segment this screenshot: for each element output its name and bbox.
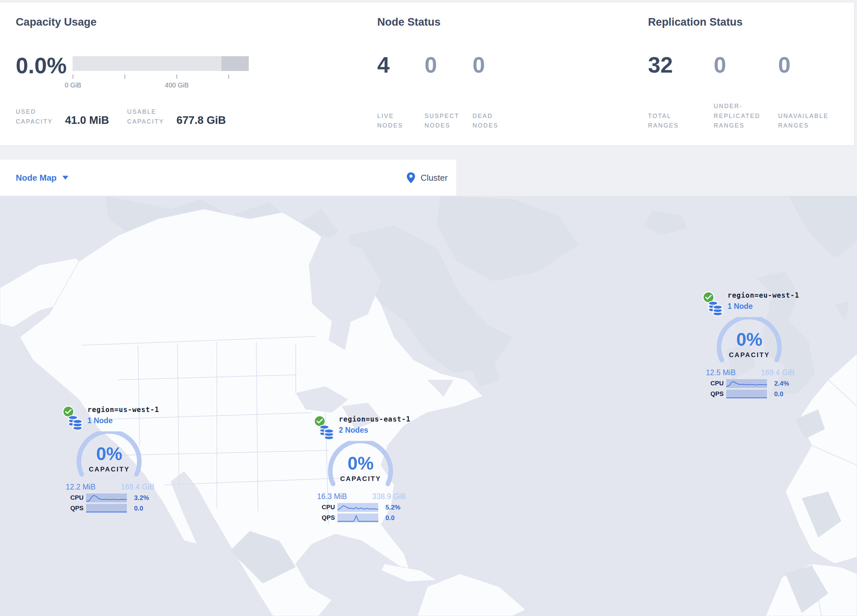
used-capacity: 12.2 MiB: [66, 483, 96, 491]
gauge-percent: 0%: [72, 443, 146, 464]
replication-status-panel: Replication Status 32 TOTAL RANGES 0 UND…: [648, 3, 845, 145]
qps-value: 0.0: [774, 390, 783, 398]
cpu-label: CPU: [70, 494, 86, 501]
breadcrumb-label: Cluster: [421, 173, 447, 183]
panel-title: Capacity Usage: [16, 16, 97, 28]
capacity-usage-panel: Capacity Usage 0.0% 0 GiB 400 GiB USED C…: [16, 3, 371, 145]
stat-label: UNAVAILABLE RANGES: [778, 111, 834, 131]
capacity-bar: [73, 56, 249, 71]
qps-value: 0.0: [134, 505, 143, 512]
database-stack-icon: [66, 414, 85, 433]
node-map[interactable]: region=us-west-1 1 Node 0% CAPACITY 12.2…: [0, 196, 857, 616]
region-label: region=eu-west-1: [727, 292, 799, 299]
usable-capacity-value: 677.8 GiB: [176, 114, 226, 127]
capacity-gauge: 0% CAPACITY: [712, 317, 786, 367]
location-pin-icon: [407, 172, 415, 184]
stat-label: DEAD NODES: [473, 111, 509, 131]
usable-capacity-label: USABLE CAPACITY: [127, 107, 169, 127]
cpu-sparkline: [337, 503, 378, 512]
gauge-caption: CAPACITY: [72, 466, 146, 473]
breadcrumb[interactable]: Cluster: [407, 160, 447, 196]
cpu-sparkline: [726, 379, 767, 388]
capacity-percent: 0.0%: [16, 52, 67, 78]
total-capacity: 169.4 GiB: [761, 368, 795, 377]
chevron-down-icon: [62, 176, 68, 180]
total-capacity: 169.4 GiB: [121, 483, 155, 491]
region-marker-us-east-1[interactable]: region=us-east-1 2 Nodes 0% CAPACITY 16.…: [314, 413, 409, 522]
stat-label: LIVE NODES: [377, 111, 413, 131]
used-capacity-label: USED CAPACITY: [16, 107, 58, 127]
qps-label: QPS: [710, 390, 726, 398]
stat-label: SUSPECT NODES: [425, 111, 464, 131]
stat-value: 0: [473, 52, 528, 77]
stat-value: 4: [377, 52, 425, 77]
axis-tick: [73, 74, 73, 79]
dead-nodes-stat: 0 DEAD NODES: [473, 3, 528, 131]
map-toolbar: Node Map Cluster 10m Past 10 Minutes: [0, 160, 857, 196]
region-marker-eu-west-1[interactable]: region=eu-west-1 1 Node 0% CAPACITY 12.5…: [702, 289, 798, 398]
capacity-gauge: 0% CAPACITY: [72, 431, 146, 481]
qps-value: 0.0: [385, 514, 394, 522]
gauge-caption: CAPACITY: [712, 351, 786, 359]
stat-value: 0: [778, 52, 841, 77]
capacity-details: USED CAPACITY 41.0 MiB USABLE CAPACITY 6…: [16, 107, 244, 127]
cpu-sparkline: [86, 494, 127, 502]
view-selector-label: Node Map: [16, 173, 57, 183]
total-ranges-stat: 32 TOTAL RANGES: [648, 3, 714, 131]
cpu-value: 5.2%: [385, 504, 401, 511]
database-stack-icon: [706, 299, 725, 318]
node-count-link[interactable]: 1 Node: [87, 416, 159, 425]
axis-tick: [228, 74, 229, 79]
qps-label: QPS: [70, 505, 86, 512]
stat-value: 32: [648, 52, 714, 77]
axis-tick-label: 0 GiB: [65, 82, 81, 89]
node-count-link[interactable]: 1 Node: [727, 302, 799, 311]
under-replicated-ranges-stat: 0 UNDER-REPLICATED RANGES: [714, 3, 778, 131]
region-label: region=us-west-1: [87, 406, 159, 414]
axis-tick: [176, 74, 177, 79]
live-nodes-stat: 4 LIVE NODES: [377, 3, 425, 131]
used-capacity: 16.3 MiB: [317, 492, 347, 501]
database-stack-icon: [317, 423, 336, 442]
cluster-summary-card: Capacity Usage 0.0% 0 GiB 400 GiB USED C…: [0, 3, 854, 145]
node-status-panel: Node Status 4 LIVE NODES 0 SUSPECT NODES…: [377, 3, 640, 145]
used-capacity-value: 41.0 MiB: [65, 114, 109, 127]
stat-value: 0: [714, 52, 778, 77]
unavailable-ranges-stat: 0 UNAVAILABLE RANGES: [778, 3, 841, 131]
capacity-gauge: 0% CAPACITY: [324, 441, 398, 491]
total-capacity: 338.9 GiB: [372, 492, 406, 501]
gauge-percent: 0%: [324, 453, 398, 474]
qps-sparkline: [86, 504, 127, 513]
stat-value: 0: [425, 52, 473, 77]
cpu-value: 3.2%: [134, 494, 149, 502]
axis-tick-label: 400 GiB: [165, 82, 189, 89]
qps-sparkline: [726, 390, 767, 398]
toolbar-left-bar: Node Map Cluster: [0, 160, 456, 196]
gauge-caption: CAPACITY: [324, 475, 398, 483]
qps-sparkline: [337, 514, 378, 522]
suspect-nodes-stat: 0 SUSPECT NODES: [425, 3, 473, 131]
cpu-value: 2.4%: [774, 380, 789, 388]
cpu-label: CPU: [710, 380, 726, 387]
capacity-bar-reserved-segment: [221, 56, 249, 71]
axis-tick: [125, 74, 125, 79]
stat-label: TOTAL RANGES: [648, 111, 687, 131]
view-selector-dropdown[interactable]: Node Map: [16, 160, 68, 196]
region-label: region=us-east-1: [339, 415, 410, 423]
region-marker-us-west-1[interactable]: region=us-west-1 1 Node 0% CAPACITY 12.2…: [62, 404, 158, 513]
qps-label: QPS: [322, 514, 337, 521]
node-count-link[interactable]: 2 Nodes: [339, 426, 410, 435]
node-map-page: Capacity Usage 0.0% 0 GiB 400 GiB USED C…: [0, 0, 857, 616]
gauge-percent: 0%: [712, 329, 786, 350]
stat-label: UNDER-REPLICATED RANGES: [714, 102, 770, 131]
cpu-label: CPU: [322, 504, 337, 511]
used-capacity: 12.5 MiB: [706, 368, 736, 377]
